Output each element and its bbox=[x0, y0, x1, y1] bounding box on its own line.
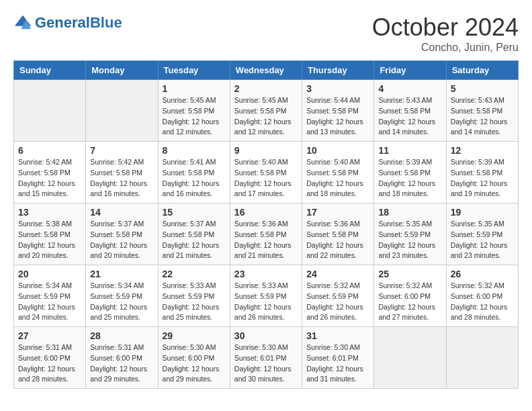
day-info: Sunrise: 5:30 AMSunset: 6:00 PMDaylight:… bbox=[163, 342, 226, 385]
day-number: 30 bbox=[234, 330, 298, 341]
day-number: 18 bbox=[378, 207, 441, 218]
day-number: 1 bbox=[163, 83, 226, 94]
cell-0-4: 3Sunrise: 5:44 AMSunset: 5:58 PMDaylight… bbox=[302, 80, 374, 142]
cell-0-0 bbox=[14, 80, 86, 142]
calendar-body: 1Sunrise: 5:45 AMSunset: 5:58 PMDaylight… bbox=[14, 80, 519, 389]
cell-2-6: 19Sunrise: 5:35 AMSunset: 5:59 PMDayligh… bbox=[446, 203, 518, 265]
calendar-table: Sunday Monday Tuesday Wednesday Thursday… bbox=[13, 60, 519, 389]
col-monday: Monday bbox=[86, 61, 158, 80]
header-row: Sunday Monday Tuesday Wednesday Thursday… bbox=[14, 61, 519, 80]
week-row-5: 27Sunrise: 5:31 AMSunset: 6:00 PMDayligh… bbox=[14, 327, 519, 389]
day-info: Sunrise: 5:39 AMSunset: 5:58 PMDaylight:… bbox=[378, 157, 441, 199]
day-info: Sunrise: 5:41 AMSunset: 5:58 PMDaylight:… bbox=[163, 157, 226, 199]
day-number: 10 bbox=[306, 145, 369, 156]
day-number: 20 bbox=[18, 269, 81, 279]
week-row-1: 1Sunrise: 5:45 AMSunset: 5:58 PMDaylight… bbox=[14, 80, 519, 142]
day-info: Sunrise: 5:32 AMSunset: 5:59 PMDaylight:… bbox=[306, 281, 369, 323]
cell-0-1 bbox=[86, 80, 158, 142]
cell-1-2: 8Sunrise: 5:41 AMSunset: 5:58 PMDaylight… bbox=[158, 142, 230, 203]
col-sunday: Sunday bbox=[14, 61, 86, 80]
day-number: 3 bbox=[306, 83, 369, 94]
cell-2-5: 18Sunrise: 5:35 AMSunset: 5:59 PMDayligh… bbox=[374, 203, 446, 265]
day-info: Sunrise: 5:33 AMSunset: 5:59 PMDaylight:… bbox=[234, 281, 298, 323]
cell-1-6: 12Sunrise: 5:39 AMSunset: 5:58 PMDayligh… bbox=[446, 142, 518, 203]
day-number: 7 bbox=[90, 145, 153, 156]
day-info: Sunrise: 5:36 AMSunset: 5:58 PMDaylight:… bbox=[234, 219, 298, 261]
day-info: Sunrise: 5:32 AMSunset: 6:00 PMDaylight:… bbox=[451, 281, 514, 323]
day-info: Sunrise: 5:30 AMSunset: 6:01 PMDaylight:… bbox=[306, 342, 369, 385]
day-number: 26 bbox=[451, 269, 514, 279]
cell-4-2: 29Sunrise: 5:30 AMSunset: 6:00 PMDayligh… bbox=[158, 327, 230, 389]
day-info: Sunrise: 5:42 AMSunset: 5:58 PMDaylight:… bbox=[18, 157, 81, 199]
day-info: Sunrise: 5:32 AMSunset: 6:00 PMDaylight:… bbox=[378, 281, 441, 323]
day-number: 29 bbox=[163, 330, 226, 341]
day-info: Sunrise: 5:34 AMSunset: 5:59 PMDaylight:… bbox=[18, 281, 81, 323]
week-row-4: 20Sunrise: 5:34 AMSunset: 5:59 PMDayligh… bbox=[14, 265, 519, 327]
day-info: Sunrise: 5:34 AMSunset: 5:59 PMDaylight:… bbox=[90, 281, 153, 323]
week-row-3: 13Sunrise: 5:38 AMSunset: 5:58 PMDayligh… bbox=[14, 203, 519, 265]
cell-2-0: 13Sunrise: 5:38 AMSunset: 5:58 PMDayligh… bbox=[14, 203, 86, 265]
day-number: 4 bbox=[378, 83, 441, 94]
cell-2-4: 17Sunrise: 5:36 AMSunset: 5:58 PMDayligh… bbox=[302, 203, 374, 265]
cell-3-3: 23Sunrise: 5:33 AMSunset: 5:59 PMDayligh… bbox=[230, 265, 302, 327]
day-info: Sunrise: 5:45 AMSunset: 5:58 PMDaylight:… bbox=[234, 95, 298, 138]
svg-marker-0 bbox=[15, 15, 31, 26]
col-wednesday: Wednesday bbox=[230, 61, 302, 80]
title-block: October 2024 Concho, Junin, Peru bbox=[372, 13, 519, 54]
day-number: 15 bbox=[163, 207, 226, 218]
day-number: 9 bbox=[234, 145, 298, 156]
day-number: 28 bbox=[90, 330, 153, 341]
day-number: 5 bbox=[451, 83, 514, 94]
cell-4-4: 31Sunrise: 5:30 AMSunset: 6:01 PMDayligh… bbox=[302, 327, 374, 389]
cell-0-3: 2Sunrise: 5:45 AMSunset: 5:58 PMDaylight… bbox=[230, 80, 302, 142]
day-number: 31 bbox=[306, 330, 369, 341]
day-number: 19 bbox=[451, 207, 514, 218]
cell-4-3: 30Sunrise: 5:30 AMSunset: 6:01 PMDayligh… bbox=[230, 327, 302, 389]
logo-text: GeneralBlue bbox=[35, 15, 122, 31]
logo: GeneralBlue bbox=[13, 13, 122, 32]
day-info: Sunrise: 5:35 AMSunset: 5:59 PMDaylight:… bbox=[378, 219, 441, 261]
cell-0-6: 5Sunrise: 5:43 AMSunset: 5:58 PMDaylight… bbox=[446, 80, 518, 142]
cell-0-5: 4Sunrise: 5:43 AMSunset: 5:58 PMDaylight… bbox=[374, 80, 446, 142]
day-number: 25 bbox=[378, 269, 441, 279]
cell-4-6 bbox=[446, 327, 518, 389]
cell-1-3: 9Sunrise: 5:40 AMSunset: 5:58 PMDaylight… bbox=[230, 142, 302, 203]
day-number: 22 bbox=[163, 269, 226, 279]
col-saturday: Saturday bbox=[446, 61, 518, 80]
day-number: 21 bbox=[90, 269, 153, 279]
cell-3-0: 20Sunrise: 5:34 AMSunset: 5:59 PMDayligh… bbox=[14, 265, 86, 327]
logo-general: General bbox=[35, 14, 90, 31]
col-tuesday: Tuesday bbox=[158, 61, 230, 80]
day-info: Sunrise: 5:35 AMSunset: 5:59 PMDaylight:… bbox=[451, 219, 514, 261]
day-number: 13 bbox=[18, 207, 81, 218]
day-info: Sunrise: 5:38 AMSunset: 5:58 PMDaylight:… bbox=[18, 219, 81, 261]
cell-2-2: 15Sunrise: 5:37 AMSunset: 5:58 PMDayligh… bbox=[158, 203, 230, 265]
cell-1-4: 10Sunrise: 5:40 AMSunset: 5:58 PMDayligh… bbox=[302, 142, 374, 203]
day-info: Sunrise: 5:30 AMSunset: 6:01 PMDaylight:… bbox=[234, 342, 298, 385]
month-title: October 2024 bbox=[372, 13, 519, 42]
day-info: Sunrise: 5:39 AMSunset: 5:58 PMDaylight:… bbox=[451, 157, 514, 199]
day-number: 16 bbox=[234, 207, 298, 218]
day-number: 8 bbox=[163, 145, 226, 156]
cell-1-0: 6Sunrise: 5:42 AMSunset: 5:58 PMDaylight… bbox=[14, 142, 86, 203]
cell-3-1: 21Sunrise: 5:34 AMSunset: 5:59 PMDayligh… bbox=[86, 265, 158, 327]
day-number: 6 bbox=[18, 145, 81, 156]
day-info: Sunrise: 5:37 AMSunset: 5:58 PMDaylight:… bbox=[163, 219, 226, 261]
day-info: Sunrise: 5:44 AMSunset: 5:58 PMDaylight:… bbox=[306, 95, 369, 138]
day-info: Sunrise: 5:45 AMSunset: 5:58 PMDaylight:… bbox=[163, 95, 226, 138]
cell-4-1: 28Sunrise: 5:31 AMSunset: 6:00 PMDayligh… bbox=[86, 327, 158, 389]
day-info: Sunrise: 5:40 AMSunset: 5:58 PMDaylight:… bbox=[306, 157, 369, 199]
cell-4-0: 27Sunrise: 5:31 AMSunset: 6:00 PMDayligh… bbox=[14, 327, 86, 389]
day-info: Sunrise: 5:42 AMSunset: 5:58 PMDaylight:… bbox=[90, 157, 153, 199]
day-info: Sunrise: 5:43 AMSunset: 5:58 PMDaylight:… bbox=[378, 95, 441, 138]
cell-1-1: 7Sunrise: 5:42 AMSunset: 5:58 PMDaylight… bbox=[86, 142, 158, 203]
day-number: 27 bbox=[18, 330, 81, 341]
day-number: 17 bbox=[306, 207, 369, 218]
cell-3-4: 24Sunrise: 5:32 AMSunset: 5:59 PMDayligh… bbox=[302, 265, 374, 327]
cell-3-2: 22Sunrise: 5:33 AMSunset: 5:59 PMDayligh… bbox=[158, 265, 230, 327]
day-info: Sunrise: 5:31 AMSunset: 6:00 PMDaylight:… bbox=[90, 342, 153, 385]
day-info: Sunrise: 5:40 AMSunset: 5:58 PMDaylight:… bbox=[234, 157, 298, 199]
day-number: 14 bbox=[90, 207, 153, 218]
col-friday: Friday bbox=[374, 61, 446, 80]
cell-2-3: 16Sunrise: 5:36 AMSunset: 5:58 PMDayligh… bbox=[230, 203, 302, 265]
